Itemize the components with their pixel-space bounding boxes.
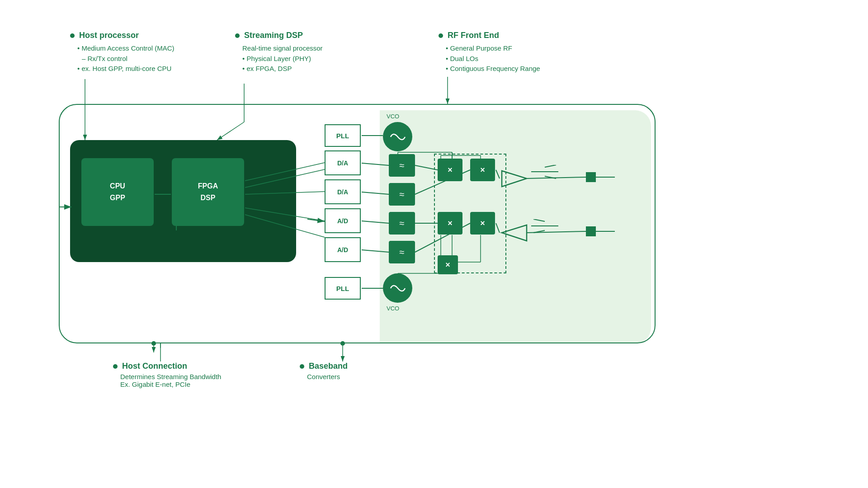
- tx-amplifier: [500, 169, 531, 189]
- mixer-box-4: ×: [470, 212, 495, 235]
- mixer-box-2: ×: [470, 159, 495, 181]
- vco-circle-top: [383, 122, 412, 151]
- bullet-rf: [439, 33, 443, 38]
- pll-box-bottom: PLL: [325, 277, 361, 300]
- ad-box-2: A/D: [325, 237, 361, 262]
- mixer-box-3: ×: [438, 212, 462, 235]
- filter-box-2: ≈: [389, 183, 415, 206]
- vco-label-bottom: VCO: [387, 305, 399, 312]
- tx-antenna: [531, 165, 563, 192]
- rx-antenna: [531, 219, 563, 246]
- svg-marker-1: [502, 225, 527, 241]
- filter-box-3: ≈: [389, 212, 415, 235]
- host-processor-annotation: Host processor • Medium Access Control (…: [70, 29, 174, 74]
- diagram-container: Host processor • Medium Access Control (…: [0, 0, 868, 488]
- ad-box-1: A/D: [325, 208, 361, 233]
- svg-line-59: [533, 230, 545, 233]
- filter-box-1: ≈: [389, 154, 415, 177]
- filter-box-4: ≈: [389, 241, 415, 263]
- fpga-block: FPGA DSP: [172, 158, 244, 226]
- svg-line-55: [545, 176, 556, 178]
- da-box-1: D/A: [325, 150, 361, 175]
- bullet-dsp: [235, 33, 240, 38]
- mixer-box-1: ×: [438, 159, 462, 181]
- cpu-block: CPU GPP: [81, 158, 154, 226]
- rx-connector: [586, 226, 596, 236]
- bullet-hostconn: [113, 364, 118, 369]
- da-box-2: D/A: [325, 179, 361, 204]
- mixer-box-5: ×: [438, 255, 458, 274]
- svg-line-53: [545, 165, 556, 167]
- streaming-dsp-annotation: Streaming DSP Real-time signal processor…: [235, 29, 323, 74]
- rf-frontend-annotation: RF Front End • General Purpose RF • Dual…: [439, 29, 540, 74]
- tx-connector: [586, 172, 596, 182]
- bullet-host: [70, 33, 75, 38]
- host-connection-label: Host Connection Determines Streaming Ban…: [113, 361, 221, 388]
- svg-line-57: [533, 219, 545, 221]
- vco-circle-bottom: [383, 273, 412, 303]
- vco-label-top: VCO: [387, 113, 399, 120]
- rx-amplifier: [500, 223, 531, 243]
- svg-marker-0: [502, 171, 527, 187]
- bullet-baseband: [300, 364, 304, 369]
- baseband-label: Baseband Converters: [300, 361, 348, 380]
- pll-box-top: PLL: [325, 124, 361, 147]
